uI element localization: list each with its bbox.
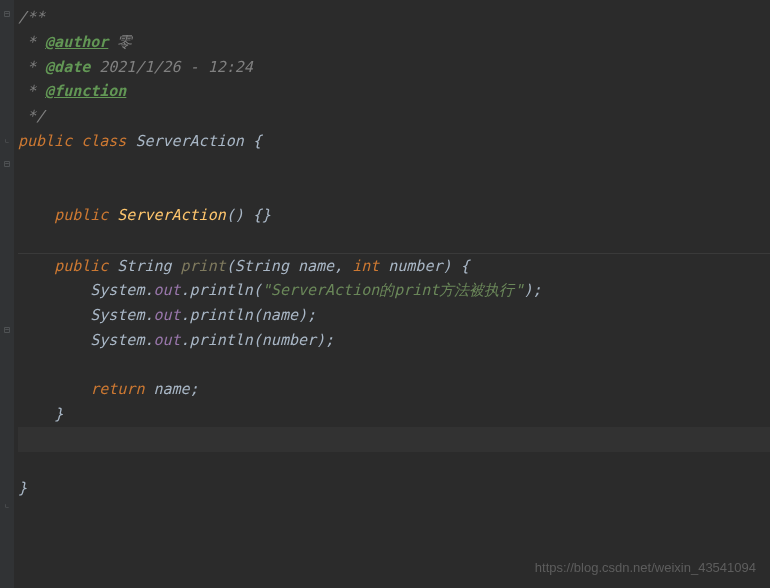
semi: ; bbox=[325, 331, 334, 349]
comment-open: /** bbox=[18, 8, 45, 26]
string-literal: "ServerAction的print方法被执行" bbox=[262, 281, 524, 299]
paren-open: ( bbox=[253, 331, 262, 349]
class-name: ServerAction bbox=[135, 132, 243, 150]
fold-marker-icon[interactable]: ⊟ bbox=[2, 325, 12, 335]
paren-close: ) bbox=[316, 331, 325, 349]
arg-number: number bbox=[262, 331, 316, 349]
fold-marker-icon[interactable]: ⌞ bbox=[2, 499, 12, 509]
type-string: String bbox=[235, 257, 289, 275]
param-name: name bbox=[298, 257, 334, 275]
method-println: println bbox=[190, 306, 253, 324]
dot: . bbox=[181, 331, 190, 349]
param-number: number bbox=[388, 257, 442, 275]
comment-star: * bbox=[18, 58, 45, 76]
method-print: print bbox=[181, 257, 226, 275]
javadoc-function-tag: @function bbox=[45, 82, 126, 100]
javadoc-author-tag: @author bbox=[45, 33, 108, 51]
paren-open: ( bbox=[226, 257, 235, 275]
fold-marker-icon[interactable]: ⊟ bbox=[2, 9, 12, 19]
kw-return: return bbox=[90, 380, 144, 398]
fold-marker-icon[interactable]: ⊟ bbox=[2, 159, 12, 169]
current-line[interactable] bbox=[18, 427, 770, 452]
watermark-text: https://blog.csdn.net/weixin_43541094 bbox=[535, 557, 756, 578]
brace-close: } bbox=[18, 479, 27, 497]
comment-close: */ bbox=[18, 107, 45, 125]
empty-braces: {} bbox=[253, 206, 271, 224]
dot: . bbox=[181, 306, 190, 324]
semi: ; bbox=[190, 380, 199, 398]
paren-close: ) bbox=[298, 306, 307, 324]
kw-class: class bbox=[81, 132, 126, 150]
cls-system: System bbox=[90, 281, 144, 299]
paren-open: ( bbox=[253, 306, 262, 324]
arg-name: name bbox=[262, 306, 298, 324]
javadoc-date-val: 2021/1/26 - 12:24 bbox=[90, 58, 253, 76]
gutter: ⊟ ⌞ ⊟ ⊟ ⌞ bbox=[0, 0, 14, 588]
cls-system: System bbox=[90, 306, 144, 324]
paren-open: ( bbox=[253, 281, 262, 299]
semi: ; bbox=[532, 281, 541, 299]
javadoc-date-tag: @date bbox=[45, 58, 90, 76]
kw-public: public bbox=[54, 257, 108, 275]
javadoc-author-val: 零 bbox=[108, 33, 132, 51]
cls-system: System bbox=[90, 331, 144, 349]
paren-close: ) bbox=[442, 257, 451, 275]
return-val: name bbox=[153, 380, 189, 398]
code-editor[interactable]: /** * @author 零 * @date 2021/1/26 - 12:2… bbox=[14, 0, 770, 501]
paren-close: ) bbox=[235, 206, 244, 224]
field-out: out bbox=[153, 331, 180, 349]
kw-public: public bbox=[54, 206, 108, 224]
semi: ; bbox=[307, 306, 316, 324]
dot: . bbox=[181, 281, 190, 299]
comment-star: * bbox=[18, 82, 45, 100]
method-println: println bbox=[190, 281, 253, 299]
paren-open: ( bbox=[226, 206, 235, 224]
type-string: String bbox=[117, 257, 171, 275]
brace-open: { bbox=[461, 257, 470, 275]
fold-marker-icon[interactable]: ⌞ bbox=[2, 134, 12, 144]
brace-open: { bbox=[253, 132, 262, 150]
field-out: out bbox=[153, 281, 180, 299]
method-println: println bbox=[190, 331, 253, 349]
field-out: out bbox=[153, 306, 180, 324]
comment-star: * bbox=[18, 33, 45, 51]
kw-public: public bbox=[18, 132, 72, 150]
constructor-name: ServerAction bbox=[117, 206, 225, 224]
comma: , bbox=[334, 257, 352, 275]
brace-close: } bbox=[54, 405, 63, 423]
kw-int: int bbox=[352, 257, 379, 275]
